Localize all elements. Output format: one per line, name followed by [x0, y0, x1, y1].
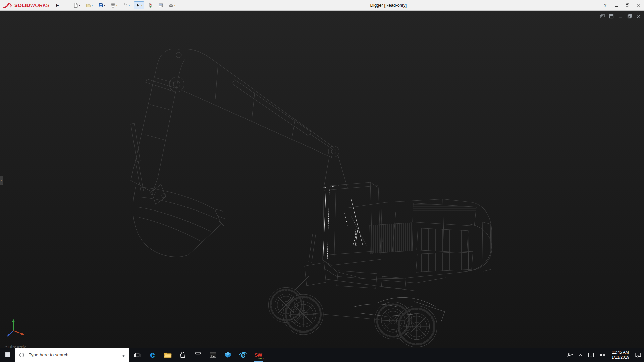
brand-works: WORKS — [30, 2, 50, 8]
sw-letters: SW — [254, 352, 262, 357]
people-button[interactable] — [564, 348, 576, 362]
file-explorer-icon — [164, 352, 172, 358]
mail-icon — [194, 352, 202, 358]
select-arrow-icon — [135, 3, 141, 8]
taskbar-app-solidworks[interactable]: SW 2017 — [251, 348, 266, 362]
options-gear-icon — [168, 3, 174, 8]
restore-icon — [626, 3, 629, 7]
close-button[interactable] — [633, 0, 644, 10]
doc-minimize-icon[interactable] — [618, 14, 623, 19]
taskbar-app-mail[interactable] — [190, 348, 205, 362]
document-window-controls — [600, 14, 641, 19]
open-folder-icon — [86, 3, 91, 8]
taskbar-clock[interactable]: 11:45 AM 1/11/2019 — [609, 350, 633, 360]
help-button[interactable]: ? — [600, 0, 611, 10]
task-view-icon — [134, 352, 141, 358]
doc-restore-icon[interactable] — [627, 14, 632, 19]
z-axis-blue — [8, 331, 13, 335]
document-title: Digger [Read-only] — [177, 3, 600, 8]
dropdown-arrow-icon[interactable]: ▾ — [174, 4, 176, 7]
orientation-triad — [5, 317, 28, 339]
taskbar-search[interactable] — [15, 348, 129, 362]
minimize-icon — [614, 3, 618, 7]
task-view-button[interactable] — [129, 348, 145, 362]
taskbar-app-internet-explorer[interactable]: e — [235, 348, 251, 362]
open-button[interactable]: ▾ — [84, 1, 94, 9]
quick-toolbar: ▾ ▾ ▾ — [72, 1, 177, 9]
taskbar-app-edge[interactable]: e — [145, 348, 160, 362]
solidworks-logo: SOLIDWORKS — [0, 2, 50, 9]
graphics-viewport[interactable]: ‹ *Dimetric — [0, 11, 644, 348]
file-properties-button[interactable] — [157, 1, 165, 9]
dropdown-arrow-icon[interactable]: ▾ — [79, 4, 80, 7]
dropdown-arrow-icon[interactable]: ▾ — [92, 4, 93, 7]
console-icon — [210, 352, 216, 358]
tablet-icon — [588, 353, 594, 357]
rebuild-stoplight-icon — [148, 3, 153, 8]
volume-button[interactable] — [597, 348, 609, 362]
minimize-button[interactable] — [611, 0, 622, 10]
print-icon — [110, 3, 116, 8]
3d-cube-icon — [224, 351, 231, 358]
clock-time: 11:45 AM — [612, 350, 630, 355]
undo-icon — [123, 3, 128, 8]
print-button[interactable]: ▾ — [109, 1, 119, 9]
windows-taskbar: e — [0, 348, 644, 362]
solidworks-2017-icon: SW 2017 — [253, 350, 264, 360]
options-button[interactable]: ▾ — [167, 1, 177, 9]
action-center-icon — [635, 352, 641, 358]
view-orientation-label: *Dimetric — [5, 344, 27, 348]
taskbar-app-store[interactable] — [175, 348, 190, 362]
menu-expand-arrow[interactable]: ▶ — [55, 3, 60, 7]
action-center-button[interactable] — [632, 348, 644, 362]
boom — [131, 49, 347, 192]
taskbar-app-3d-viewer[interactable] — [220, 348, 235, 362]
panel-collapse-tab[interactable]: ‹ — [0, 176, 3, 185]
ds-logo-icon — [3, 2, 13, 9]
edge-icon: e — [150, 350, 155, 359]
titlebar: SOLIDWORKS ▶ ▾ ▾ — [0, 0, 644, 11]
highlight-edges — [323, 186, 363, 260]
dropdown-arrow-icon[interactable]: ▾ — [141, 4, 143, 7]
save-icon — [98, 3, 103, 8]
dropdown-arrow-icon[interactable]: ▾ — [104, 4, 105, 7]
brand-text: SOLIDWORKS — [14, 2, 50, 8]
brand-solid: SOLID — [14, 2, 30, 8]
close-icon — [637, 3, 640, 7]
internet-explorer-icon: e — [239, 351, 248, 359]
cortana-circle-icon — [19, 352, 25, 358]
restore-button[interactable] — [622, 0, 633, 10]
volume-muted-icon — [599, 353, 606, 357]
ie-ring — [239, 351, 248, 359]
rebuild-button[interactable] — [146, 1, 154, 9]
store-bag-icon — [179, 352, 186, 358]
microphone-icon[interactable] — [121, 352, 126, 358]
doc-close-icon[interactable] — [636, 14, 641, 19]
start-button[interactable] — [0, 348, 15, 362]
solidworks-window: SOLIDWORKS ▶ ▾ ▾ — [0, 0, 644, 362]
taskbar-app-console[interactable] — [205, 348, 220, 362]
search-input[interactable] — [28, 352, 118, 358]
clock-date: 1/11/2019 — [612, 355, 630, 360]
show-hidden-icons-button[interactable] — [576, 348, 585, 362]
dropdown-arrow-icon[interactable]: ▾ — [129, 4, 130, 7]
taskbar-app-file-explorer[interactable] — [160, 348, 175, 362]
window-controls: ? — [600, 0, 644, 10]
undo-button[interactable]: ▾ — [121, 1, 131, 9]
people-icon — [567, 352, 573, 358]
bucket — [133, 184, 225, 257]
file-properties-icon — [158, 3, 163, 8]
select-button[interactable]: ▾ — [134, 1, 144, 9]
doc-tab-icon[interactable] — [600, 14, 605, 19]
windows-logo-icon — [5, 352, 11, 358]
save-button[interactable]: ▾ — [97, 1, 107, 9]
system-tray: 11:45 AM 1/11/2019 — [564, 348, 644, 362]
dropdown-arrow-icon[interactable]: ▾ — [116, 4, 118, 7]
sw-year-badge: 2017 — [258, 357, 264, 360]
chevron-up-icon — [579, 353, 583, 357]
new-document-button[interactable]: ▾ — [72, 1, 82, 9]
new-document-icon — [73, 3, 78, 8]
doc-tab-icon[interactable] — [609, 14, 614, 19]
wireframe-excavator — [0, 11, 644, 348]
tablet-status-button[interactable] — [585, 348, 597, 362]
